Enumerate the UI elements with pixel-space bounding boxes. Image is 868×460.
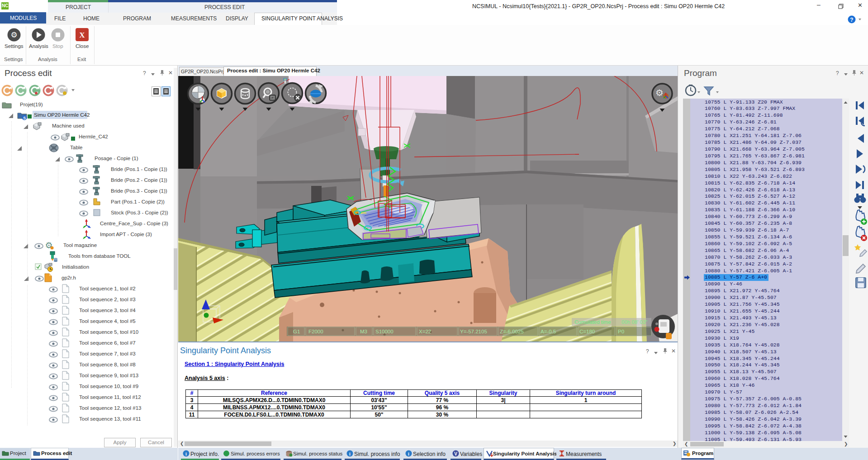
svg-text:C=180: C=180 [579, 329, 595, 334]
svg-text:A=-0.5: A=-0.5 [541, 329, 556, 334]
svg-text:⚙: ⚙ [10, 31, 17, 39]
svg-text:00h 08' 03": 00h 08' 03" [621, 319, 647, 325]
svg-text:X=22: X=22 [419, 329, 431, 334]
svg-text:V: V [454, 451, 457, 456]
svg-text:?: ? [850, 17, 853, 23]
svg-text:⚙: ⚙ [655, 88, 664, 98]
svg-text:Cumulated time: Cumulated time [574, 319, 611, 325]
svg-text:i: i [349, 451, 351, 456]
svg-text:G1: G1 [293, 329, 300, 334]
svg-text:i: i [185, 451, 187, 456]
svg-text:P0: P0 [618, 329, 624, 334]
svg-text:S10000: S10000 [375, 329, 394, 334]
svg-text:X: X [79, 31, 85, 39]
svg-text:F2000: F2000 [308, 329, 323, 334]
svg-text:S: S [23, 116, 26, 120]
svg-text:Y=-57.2105: Y=-57.2105 [460, 329, 487, 334]
svg-text:M3: M3 [360, 329, 367, 334]
svg-text:Z=-6.0025: Z=-6.0025 [500, 329, 524, 334]
svg-text:i: i [408, 451, 409, 456]
